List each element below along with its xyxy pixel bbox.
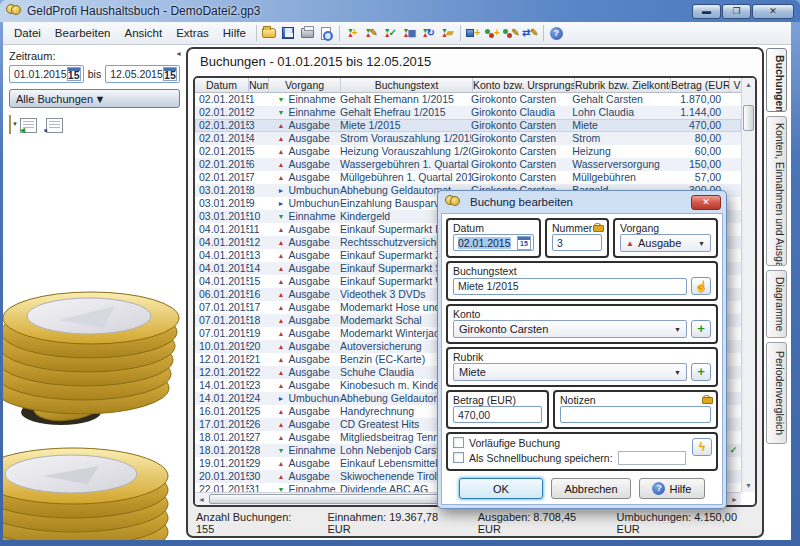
transfer-edit-icon[interactable]: ⇄✎: [521, 24, 540, 42]
quick-action-button[interactable]: ϟ: [692, 438, 712, 456]
einnahme-arrow-icon: ▼: [277, 106, 284, 119]
column-header-1[interactable]: Nummer: [249, 78, 269, 92]
cell-datum: 18.01.2015: [195, 431, 249, 444]
cell-datum: 04.01.2015: [195, 262, 249, 275]
booking-confirm-icon[interactable]: ▼▲✓: [381, 24, 400, 42]
schnellbuchung-checkbox[interactable]: [453, 452, 464, 463]
add-konto-button[interactable]: +: [691, 320, 711, 338]
table-row[interactable]: 02.01.20157▲AusgabeMüllgebühren 1. Quart…: [195, 171, 741, 184]
einnahme-arrow-icon: ▼: [277, 210, 284, 223]
notizen-field[interactable]: [560, 406, 711, 423]
vertical-scroll-thumb[interactable]: [743, 105, 754, 131]
cell-vorgang: ▲Ausgabe: [268, 145, 340, 158]
vertical-scrollbar[interactable]: ▲ ▼: [741, 78, 755, 492]
booking-archive-icon[interactable]: ▼▲▰: [438, 24, 457, 42]
help-button[interactable]: ?Hilfe: [639, 478, 705, 499]
nummer-field[interactable]: 3: [552, 234, 602, 251]
rubrik-dropdown[interactable]: Miete ▼: [453, 363, 687, 381]
betrag-field[interactable]: 470,00: [453, 406, 542, 423]
datum-group: Datum 02.01.2015 15: [446, 218, 541, 258]
cancel-button[interactable]: Abbrechen: [551, 478, 631, 499]
print-icon[interactable]: [298, 24, 317, 42]
save-file-icon[interactable]: [279, 24, 298, 42]
column-header-4[interactable]: Konto bzw. Ursprungskonto: [473, 78, 575, 92]
table-row[interactable]: 02.01.20156▲AusgabeWassergebühren 1. Qua…: [195, 158, 741, 171]
view-options-button[interactable]: [9, 115, 11, 134]
scroll-left-icon[interactable]: ◄: [195, 493, 208, 506]
date-from-field[interactable]: 01.01.2015 15: [9, 65, 84, 83]
menu-hilfe[interactable]: Hilfe: [216, 24, 253, 42]
cell-datum: 04.01.2015: [195, 275, 249, 288]
account-new-icon[interactable]: +: [464, 24, 483, 42]
cell-buchungstext: Wassergebühren 1. Quartal 2015: [340, 158, 471, 171]
category-new-icon[interactable]: +: [483, 24, 502, 42]
table-row[interactable]: 02.01.20153▲AusgabeMiete 1/2015Girokonto…: [195, 119, 741, 132]
column-header-5[interactable]: Rubrik bzw. Zielkonto: [575, 78, 671, 92]
booking-recurring-icon[interactable]: ▼▲↻: [419, 24, 438, 42]
import-button[interactable]: [20, 118, 37, 133]
minimize-button[interactable]: ▬: [692, 4, 721, 19]
column-header-0[interactable]: Datum: [195, 78, 249, 92]
menu-ansicht[interactable]: Ansicht: [117, 24, 169, 42]
cell-vorgang: ▲Ausgabe: [268, 223, 340, 236]
vorgang-label: Ausgabe: [288, 340, 329, 353]
table-header[interactable]: DatumNummerVorgangBuchungstextKonto bzw.…: [195, 78, 755, 93]
konto-dropdown[interactable]: Girokonto Carsten ▼: [453, 320, 687, 338]
ok-button[interactable]: OK: [459, 478, 543, 499]
cell-konto: Girokonto Carsten: [471, 171, 572, 184]
category-edit-icon[interactable]: ✎: [502, 24, 521, 42]
tab-buchungen[interactable]: Buchungen: [766, 48, 787, 112]
print-preview-icon[interactable]: [317, 24, 336, 42]
cell-betrag: 1.144,00: [668, 106, 727, 119]
filter-dropdown[interactable]: Alle Buchungen ▼: [9, 89, 180, 108]
calendar-icon[interactable]: 15: [67, 67, 81, 81]
cell-nummer: 20: [249, 340, 269, 353]
table-row[interactable]: 02.01.20154▲AusgabeStrom Vorauszahlung 1…: [195, 132, 741, 145]
menu-datei[interactable]: Datei: [7, 24, 48, 42]
table-row[interactable]: 02.01.20152▼EinnahmeGehalt Ehefrau 1/201…: [195, 106, 741, 119]
suggestion-button[interactable]: ☝: [691, 277, 711, 295]
column-header-6[interactable]: Betrag (EUR): [671, 78, 730, 92]
cell-datum: 19.01.2015: [195, 457, 249, 470]
tab-konten-einnahmen-und-ausgaben[interactable]: Konten, Einnahmen und Ausgaben: [766, 116, 787, 266]
booking-schedule-icon[interactable]: ▼▲▦: [400, 24, 419, 42]
export-button[interactable]: [46, 118, 63, 133]
column-header-2[interactable]: Vorgang: [269, 78, 341, 92]
close-button[interactable]: ✕: [752, 4, 794, 19]
scroll-up-icon[interactable]: ▲: [742, 78, 755, 91]
menu-extras[interactable]: Extras: [169, 24, 216, 42]
sidebar-collapse-icon[interactable]: ◄: [175, 50, 182, 57]
tabstrip: BuchungenKonten, Einnahmen und AusgabenD…: [764, 46, 791, 540]
column-header-3[interactable]: Buchungstext: [341, 78, 473, 92]
calendar-icon[interactable]: 15: [517, 236, 531, 250]
datum-field[interactable]: 02.01.2015 15: [453, 234, 534, 251]
booking-new-icon[interactable]: ▼▲+: [343, 24, 362, 42]
cell-konto: Girokonto Carsten: [471, 145, 572, 158]
cell-nummer: 24: [249, 392, 269, 405]
date-to-field[interactable]: 12.05.2015 15: [105, 65, 180, 83]
buchungstext-field[interactable]: Miete 1/2015: [453, 278, 687, 295]
menu-bearbeiten[interactable]: Bearbeiten: [48, 24, 118, 42]
booking-edit-icon[interactable]: ▼▲✎: [362, 24, 381, 42]
help-icon[interactable]: ?: [547, 24, 566, 42]
dialog-close-button[interactable]: ✕: [691, 195, 721, 210]
maximize-button[interactable]: ❐: [722, 4, 751, 19]
cell-nummer: 4: [249, 132, 269, 145]
einnahme-arrow-icon: ▼: [277, 483, 284, 492]
rubrik-label: Rubrik: [453, 351, 483, 363]
status-item-0: Anzahl Buchungen: 155: [196, 511, 305, 535]
ausgabe-arrow-icon: ▲: [277, 262, 284, 275]
scroll-right-icon[interactable]: ►: [728, 493, 741, 506]
open-file-icon[interactable]: [260, 24, 279, 42]
vorgang-dropdown[interactable]: ▲ Ausgabe ▼: [620, 234, 711, 252]
table-row[interactable]: 02.01.20155▲AusgabeHeizung Vorauszahlung…: [195, 145, 741, 158]
tab-periodenvergleich[interactable]: Periodenvergleich: [766, 342, 787, 444]
table-row[interactable]: 02.01.20151▼EinnahmeGehalt Ehemann 1/201…: [195, 93, 741, 106]
add-rubrik-button[interactable]: +: [691, 363, 711, 381]
schnellbuchung-input[interactable]: [618, 451, 686, 465]
vorlaeufig-checkbox[interactable]: [453, 437, 464, 448]
cell-nummer: 15: [249, 275, 269, 288]
tab-diagramme[interactable]: Diagramme: [766, 270, 787, 338]
scroll-down-icon[interactable]: ▼: [742, 479, 755, 492]
calendar-icon[interactable]: 15: [163, 67, 177, 81]
